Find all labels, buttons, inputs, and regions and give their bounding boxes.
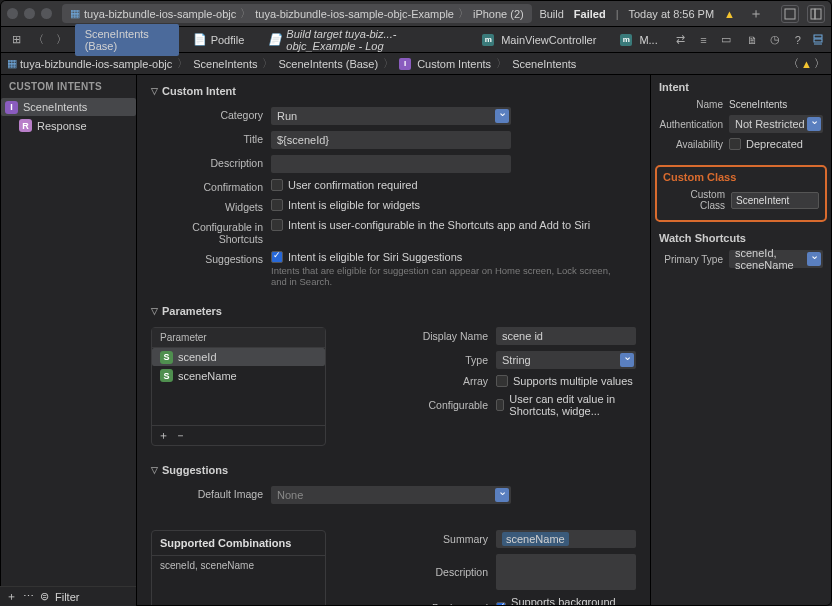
nav-more-button[interactable]: ⋯ [23, 590, 34, 603]
filter-icon: ⊜ [40, 590, 49, 603]
watch-shortcuts-heading: Watch Shortcuts [659, 232, 823, 244]
nav-item-sceneintents[interactable]: I SceneIntents [1, 98, 136, 116]
section-suggestions[interactable]: ▽Suggestions [151, 464, 636, 476]
background-checkbox[interactable]: Supports background execution [496, 596, 636, 605]
chevron-right-icon: 〉 [458, 6, 469, 21]
svg-rect-1 [811, 9, 815, 19]
file-icon: 📄 [268, 33, 282, 46]
folder-icon: ▦ [70, 7, 80, 20]
panels-button[interactable] [807, 5, 825, 23]
warning-icon[interactable]: ▲ [801, 58, 812, 70]
param-item-scenename[interactable]: SsceneName [152, 366, 325, 385]
objc-m-icon: m [482, 34, 494, 46]
disclosure-triangle-icon[interactable]: ▽ [151, 306, 158, 316]
jump-bar[interactable]: ▦ tuya-bizbundle-ios-sample-objc〉 SceneI… [1, 53, 831, 75]
insp-file[interactable]: 🗎 [743, 29, 762, 51]
deprecated-checkbox[interactable]: Deprecated [729, 138, 823, 150]
bc-folder[interactable]: SceneIntents [193, 58, 257, 70]
summary-field[interactable]: sceneName [496, 530, 636, 548]
parameters-list: Parameter SsceneId SsceneName ＋－ [151, 327, 326, 446]
intent-badge-icon: I [5, 101, 18, 114]
intent-editor: ▽Custom Intent CategoryRun Title${sceneI… [137, 75, 651, 605]
title-field[interactable]: ${sceneId} [271, 131, 511, 149]
remove-param-button[interactable]: － [175, 428, 186, 443]
library-button[interactable] [781, 5, 799, 23]
folder-icon: ▦ [7, 57, 17, 70]
description-field[interactable] [271, 155, 511, 173]
build-time: Today at 8:56 PM [629, 8, 715, 20]
tab-podfile[interactable]: 📄Podfile [183, 29, 255, 50]
file-icon: 📄 [193, 33, 207, 46]
intent-name-value[interactable]: SceneIntents [729, 99, 823, 110]
param-configurable-checkbox[interactable]: User can edit value in Shortcuts, widge.… [496, 393, 636, 417]
confirmation-checkbox[interactable]: User confirmation required [271, 179, 511, 191]
recent-files[interactable]: ⇄ [672, 29, 691, 51]
primary-type-select[interactable]: sceneId, sceneName [729, 250, 823, 268]
close-window[interactable] [7, 8, 18, 19]
type-select[interactable]: String [496, 351, 636, 369]
configurable-checkbox[interactable]: Intent is user-configurable in the Short… [271, 219, 611, 231]
widgets-checkbox[interactable]: Intent is eligible for widgets [271, 199, 511, 211]
prev-item[interactable]: 〈 [788, 56, 799, 71]
filter-field[interactable]: Filter [55, 591, 79, 603]
tab-build-log[interactable]: 📄Build target tuya-biz...-objc_Example -… [258, 24, 468, 56]
shortcut-detail: SummarysceneName Description BackgroundS… [416, 530, 636, 605]
nav-heading: CUSTOM INTENTS [1, 75, 136, 98]
authentication-select[interactable]: Not Restricted [729, 115, 823, 133]
traffic-lights[interactable] [7, 8, 52, 19]
supported-combinations: Supported Combinations sceneId, sceneNam… [151, 530, 326, 605]
build-result: Failed [574, 8, 606, 20]
default-image-select[interactable]: None [271, 486, 511, 504]
intent-icon: I [399, 58, 411, 70]
project-chip[interactable]: ▦ tuya-bizbundle-ios-sample-objc 〉 tuya-… [62, 4, 532, 23]
back-button[interactable]: 〈 [30, 29, 49, 51]
next-item[interactable]: 〉 [814, 56, 825, 71]
bc-file[interactable]: SceneIntents (Base) [278, 58, 378, 70]
shortcut-description-field[interactable] [496, 554, 636, 590]
string-badge-icon: S [160, 369, 173, 382]
tab-mainviewcontroller[interactable]: mMainViewController [472, 30, 606, 50]
nav-item-response[interactable]: R Response [1, 116, 136, 135]
tab-sceneintents[interactable]: SceneIntents (Base) [75, 24, 179, 56]
category-select[interactable]: Run [271, 107, 511, 125]
svg-rect-2 [815, 9, 821, 19]
forward-button[interactable]: 〉 [52, 29, 71, 51]
response-badge-icon: R [19, 119, 32, 132]
section-custom-intent[interactable]: ▽Custom Intent [151, 85, 636, 97]
add-intent-button[interactable]: ＋ [6, 589, 17, 604]
combination-item[interactable]: sceneId, sceneName [152, 556, 325, 575]
minimize-window[interactable] [24, 8, 35, 19]
editor-options[interactable]: ≡ [694, 29, 713, 51]
suggestions-checkbox[interactable]: Intent is eligible for Siri Suggestions [271, 251, 611, 263]
param-item-sceneid[interactable]: SsceneId [152, 348, 325, 366]
custom-class-highlighted-box: Custom Class Custom Class [655, 165, 827, 222]
string-badge-icon: S [160, 351, 173, 364]
inspector-intent-heading: Intent [659, 81, 823, 93]
tab-more[interactable]: mM... [610, 30, 667, 50]
chevron-right-icon: 〉 [240, 6, 251, 21]
array-checkbox[interactable]: Supports multiple values [496, 375, 636, 387]
display-name-field[interactable]: scene id [496, 327, 636, 345]
navigator-toggle[interactable]: ⊞ [7, 29, 26, 51]
supported-combinations-header: Supported Combinations [152, 531, 325, 556]
warning-icon[interactable]: ▲ [724, 8, 735, 20]
add-tab-button[interactable]: ＋ [749, 5, 763, 23]
insp-history[interactable]: ◷ [766, 29, 785, 51]
inspector-panel: Intent NameSceneIntents AuthenticationNo… [651, 75, 831, 605]
bc-item[interactable]: SceneIntents [512, 58, 576, 70]
adjust-editor[interactable]: ▭ [717, 29, 736, 51]
build-status: Build Failed | Today at 8:56 PM ▲ [539, 8, 735, 20]
insp-help[interactable]: ? [788, 29, 807, 51]
insp-attributes-highlighted[interactable] [811, 34, 825, 46]
summary-token[interactable]: sceneName [502, 532, 569, 546]
scheme-target: tuya-bizbundle-ios-sample-objc-Example [255, 8, 454, 20]
zoom-window[interactable] [41, 8, 52, 19]
svg-rect-4 [814, 39, 822, 42]
custom-class-field[interactable] [731, 192, 819, 209]
disclosure-triangle-icon[interactable]: ▽ [151, 86, 158, 96]
section-parameters[interactable]: ▽Parameters [151, 305, 636, 317]
disclosure-triangle-icon[interactable]: ▽ [151, 465, 158, 475]
bc-section[interactable]: Custom Intents [417, 58, 491, 70]
add-param-button[interactable]: ＋ [158, 428, 169, 443]
suggestions-hint: Intents that are eligible for suggestion… [271, 265, 611, 287]
